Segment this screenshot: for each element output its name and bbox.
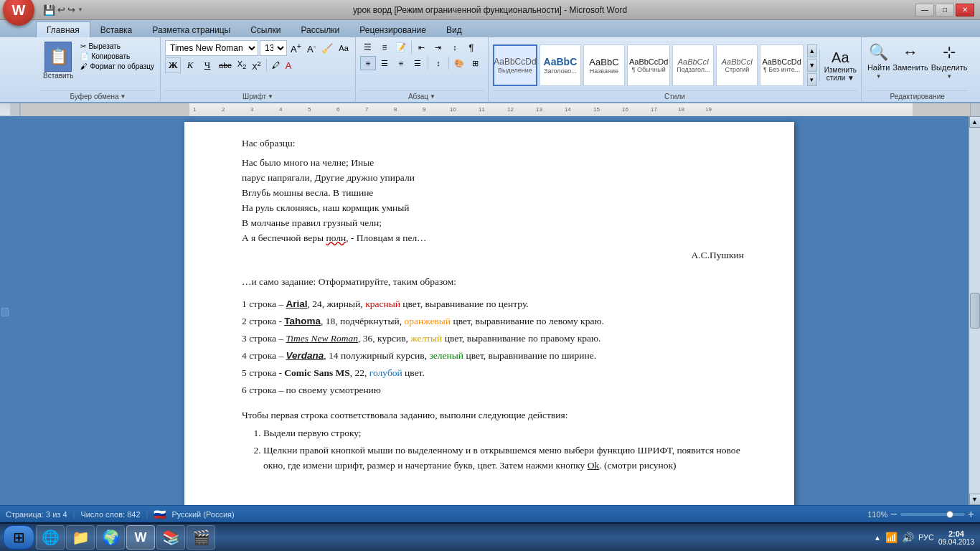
decrease-indent-btn[interactable]: ⇤ bbox=[414, 40, 430, 55]
justify-btn[interactable]: ☰ bbox=[410, 56, 425, 70]
replace-button[interactable]: ↔ Заменить bbox=[892, 43, 928, 72]
poem-line-5: В молчанье правил грузный челн; bbox=[242, 216, 744, 231]
taskbar-ie[interactable]: 🌐 bbox=[36, 525, 65, 550]
find-button[interactable]: 🔍 Найти ▼ bbox=[867, 43, 890, 80]
font-color-btn[interactable]: А bbox=[283, 57, 294, 73]
tray-lang[interactable]: РУС bbox=[918, 533, 934, 542]
minimize-btn[interactable]: — bbox=[915, 4, 934, 17]
format-painter-button[interactable]: 🖌 Формат по образцу bbox=[79, 62, 156, 71]
scroll-up-btn[interactable]: ▲ bbox=[969, 116, 981, 128]
scrollbar-right[interactable]: ▲ ▼ bbox=[969, 116, 980, 505]
font-group-label: Шрифт ▼ bbox=[165, 90, 351, 100]
style-no-interval[interactable]: AaBbCcDd ¶ Без инте... bbox=[760, 44, 803, 86]
tray-clock[interactable]: 2:04 09.04.2013 bbox=[938, 529, 974, 546]
taskbar-explorer[interactable]: 📁 bbox=[66, 525, 95, 550]
tray-volume-icon[interactable]: 🔊 bbox=[902, 532, 914, 543]
dropdown-arrow: ▼ bbox=[77, 6, 83, 13]
select-button[interactable]: ⊹ Выделить ▼ bbox=[931, 43, 968, 80]
tray-expand[interactable]: ▲ bbox=[874, 534, 881, 542]
subscript-btn[interactable]: X2 bbox=[235, 57, 248, 73]
style-more[interactable]: ▾ bbox=[807, 73, 817, 86]
zoom-area: 110% − + bbox=[867, 509, 974, 520]
clear-format-btn[interactable]: 🧹 bbox=[319, 40, 335, 56]
styles-group-label: Стили bbox=[493, 90, 857, 100]
aa-btn[interactable]: Аа bbox=[336, 40, 351, 56]
copy-button[interactable]: 📄 Копировать bbox=[79, 52, 156, 61]
style-selection[interactable]: AaBbCcDd Выделение bbox=[493, 44, 537, 86]
taskbar-video[interactable]: 🎬 bbox=[187, 525, 215, 550]
format-line-5: 5 строка - Comic Sans MS, 22, голубой цв… bbox=[242, 366, 744, 381]
borders-btn[interactable]: ⊞ bbox=[468, 56, 484, 70]
style-subtitle[interactable]: AaBbCcI Подзагол... bbox=[672, 44, 714, 86]
align-right-btn[interactable]: ≡ bbox=[393, 56, 409, 70]
style-normal[interactable]: AaBbCcDd ¶ Обычный bbox=[627, 44, 670, 86]
zoom-minus-btn[interactable]: − bbox=[890, 509, 897, 520]
scroll-thumb[interactable] bbox=[970, 293, 980, 329]
save-btn[interactable]: 💾 bbox=[43, 4, 55, 16]
shading-btn[interactable]: 🎨 bbox=[451, 56, 467, 70]
taskbar-chrome[interactable]: 🌍 bbox=[96, 525, 125, 550]
tab-home[interactable]: Главная bbox=[36, 22, 90, 37]
start-button[interactable]: ⊞ bbox=[3, 525, 34, 550]
zoom-plus-btn[interactable]: + bbox=[968, 509, 974, 520]
strikethrough-btn[interactable]: abc bbox=[217, 57, 234, 73]
bold-btn[interactable]: Ж bbox=[165, 57, 181, 73]
bullets-btn[interactable]: ☰ bbox=[360, 40, 376, 55]
doc-top-partial: Нас образцu: bbox=[242, 136, 744, 151]
instruction-2: Щелкни правой кнопкой мыши по выделенном… bbox=[263, 443, 744, 474]
taskbar-word[interactable]: W bbox=[126, 525, 155, 550]
maximize-btn[interactable]: □ bbox=[936, 4, 954, 17]
line-spacing-btn[interactable]: ↕ bbox=[430, 56, 446, 70]
pilcrow-btn[interactable]: ¶ bbox=[463, 40, 479, 55]
language-flag: 🇷🇺 bbox=[154, 509, 166, 520]
tab-view[interactable]: Вид bbox=[436, 23, 472, 37]
shrink-font-btn[interactable]: A- bbox=[305, 40, 318, 56]
language: Русский (Россия) bbox=[171, 510, 234, 519]
tab-mailings[interactable]: Рассылки bbox=[291, 23, 349, 37]
instruction-1: Выдели первую строку; bbox=[263, 426, 744, 441]
paragraph-group-label: Абзац ▼ bbox=[360, 90, 484, 100]
align-center-btn[interactable]: ☰ bbox=[377, 56, 392, 70]
change-styles-btn[interactable]: Аа Изменить стили ▼ bbox=[824, 50, 857, 82]
style-title[interactable]: AaBbC Название bbox=[583, 44, 625, 86]
numbering-btn[interactable]: ≡ bbox=[377, 40, 392, 55]
grow-font-btn[interactable]: A+ bbox=[288, 40, 303, 56]
highlight-btn[interactable]: 🖍 bbox=[270, 57, 282, 73]
taskbar-book[interactable]: 📚 bbox=[156, 525, 185, 550]
zoom-slider[interactable] bbox=[900, 513, 965, 516]
ruler-bar: 1 2 3 4 5 6 7 8 9 10 11 12 13 14 15 16 1… bbox=[20, 103, 970, 116]
superscript-btn[interactable]: X2 bbox=[250, 57, 263, 73]
style-scroll-up[interactable]: ▲ bbox=[807, 44, 817, 57]
italic-btn[interactable]: К bbox=[182, 57, 198, 73]
tab-insert[interactable]: Вставка bbox=[90, 23, 143, 37]
style-strict[interactable]: AaBbCcI Строгий bbox=[716, 44, 758, 86]
style-scroll-down[interactable]: ▼ bbox=[807, 59, 817, 72]
redo-btn[interactable]: ↪ bbox=[67, 4, 75, 15]
tab-review[interactable]: Рецензирование bbox=[349, 23, 436, 37]
tray-time: 2:04 bbox=[938, 529, 974, 538]
editing-group: 🔍 Найти ▼ ↔ Заменить ⊹ Выделить ▼ Редакт… bbox=[862, 37, 974, 102]
task-section: …и само задание: Отформатируйте, таким о… bbox=[242, 275, 744, 473]
system-tray: ▲ 📶 🔊 РУС 2:04 09.04.2013 bbox=[874, 529, 977, 546]
multilevel-btn[interactable]: 📝 bbox=[393, 40, 409, 55]
tray-date: 09.04.2013 bbox=[938, 538, 974, 546]
poem-section: Нас было много на челне; Иные парус напр… bbox=[242, 156, 744, 246]
scroll-down-btn[interactable]: ▼ bbox=[969, 494, 981, 505]
underline-btn[interactable]: Ч bbox=[199, 57, 215, 73]
cut-button[interactable]: ✂ Вырезать bbox=[79, 42, 156, 51]
tab-layout[interactable]: Разметка страницы bbox=[142, 23, 240, 37]
increase-indent-btn[interactable]: ⇥ bbox=[430, 40, 446, 55]
undo-btn[interactable]: ↩ bbox=[57, 4, 65, 15]
font-name-select[interactable]: Times New Roman bbox=[165, 40, 258, 56]
tray-network-icon[interactable]: 📶 bbox=[885, 532, 897, 543]
tab-references[interactable]: Ссылки bbox=[240, 23, 291, 37]
paste-button[interactable]: 📋 Вставить bbox=[40, 40, 76, 90]
font-size-select[interactable]: 13 bbox=[260, 40, 287, 56]
taskbar: ⊞ 🌐 📁 🌍 W 📚 🎬 ▲ 📶 🔊 РУС 2:04 09.04.2013 bbox=[0, 522, 980, 551]
instructions-list: Выдели первую строку; Щелкни правой кноп… bbox=[263, 426, 744, 474]
close-btn[interactable]: ✕ bbox=[956, 4, 974, 17]
align-left-btn[interactable]: ≡ bbox=[360, 56, 376, 70]
sort-btn[interactable]: ↕ bbox=[447, 40, 463, 55]
paragraph-group: ☰ ≡ 📝 ⇤ ⇥ ↕ ¶ ≡ ☰ ≡ ☰ ↕ 🎨 ⊞ Аб bbox=[356, 37, 489, 102]
style-heading1[interactable]: AaBbC Заголово... bbox=[540, 44, 581, 86]
